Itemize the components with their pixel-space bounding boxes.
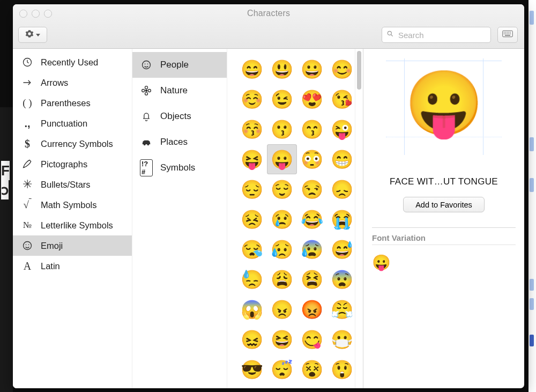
emoji-cell[interactable]: 😰 [297,234,327,264]
svg-rect-3 [504,32,504,32]
search-field[interactable] [382,27,491,43]
subcategory-item-symbols[interactable]: !?#Symbols [132,155,227,181]
category-item-bullets[interactable]: ✳︎Bullets/Stars [13,174,132,195]
emoji-cell[interactable]: 😅 [327,234,355,264]
emoji-cell[interactable]: 😞 [327,174,355,204]
emoji-cell[interactable]: ☺️ [237,84,267,114]
emoji-cell[interactable]: 😴 [267,354,297,384]
category-item-arrows[interactable]: Arrows [13,72,132,93]
emoji-cell[interactable]: 😖 [237,324,267,354]
emoji-cell[interactable]: 😙 [297,114,327,144]
svg-rect-8 [504,33,504,34]
emoji-cell[interactable]: 😣 [237,204,267,234]
grid-scrollbar[interactable] [355,49,363,388]
category-item-paren[interactable]: ( )Parentheses [13,93,132,113]
category-item-emoji[interactable]: Emoji [13,235,132,256]
character-grid-scroll[interactable]: 😄😃😀😊☺️😉😍😘😚😗😙😜😝😛😳😁😔😌😒😞😣😢😂😭😪😥😰😅😓😩😫😨😱😠😡😤😖😆😋… [227,49,355,388]
svg-point-18 [143,61,151,69]
characters-window: Characters [13,4,524,388]
emoji-cell[interactable]: 😪 [237,234,267,264]
asterisk-icon: ✳︎ [21,181,33,188]
emoji-cell[interactable]: 😡 [297,294,327,324]
category-item-letter[interactable]: №Letterlike Symbols [13,215,132,235]
emoji-cell[interactable]: 😛 [267,144,297,174]
minimize-window-button[interactable] [32,10,40,18]
subcategory-item-objects[interactable]: Objects [132,103,227,129]
font-variation-sample[interactable]: 😛 [372,254,391,271]
emoji-cell[interactable]: 😌 [267,174,297,204]
emoji-cell[interactable]: 😷 [327,324,355,354]
emoji-cell[interactable]: 😲 [327,354,355,384]
emoji-cell [237,384,267,388]
emoji-cell[interactable]: 😵 [297,354,327,384]
subcategory-item-people[interactable]: People [132,52,227,78]
emoji-cell[interactable]: 😤 [327,294,355,324]
emoji-cell[interactable]: 😃 [267,54,297,84]
svg-point-19 [145,64,146,65]
emoji-cell[interactable]: 😍 [297,84,327,114]
emoji-cell[interactable]: 😗 [267,114,297,144]
emoji-cell[interactable]: 😜 [327,114,355,144]
paren-icon: ( ) [21,97,33,109]
emoji-cell[interactable]: 😫 [297,264,327,294]
svg-point-24 [142,90,145,92]
zoom-window-button[interactable] [44,10,52,18]
subcategory-item-places[interactable]: Places [132,129,227,155]
svg-rect-11 [508,33,509,34]
emoji-cell[interactable]: 😩 [267,264,297,294]
emoji-cell[interactable]: 😢 [267,204,297,234]
emoji-cell[interactable]: 😄 [237,54,267,84]
emoji-cell[interactable]: 😀 [297,54,327,84]
emoji-cell[interactable]: 😋 [297,324,327,354]
svg-point-0 [388,31,391,35]
emoji-cell[interactable]: 😆 [267,324,297,354]
emoji-cell[interactable]: 😎 [237,354,267,384]
hash-icon: !?# [140,161,153,174]
emoji-cell[interactable]: 😓 [237,264,267,294]
subcategory-item-nature[interactable]: Nature [132,78,227,103]
emoji-cell[interactable]: 😂 [297,204,327,234]
subcategory-list: PeopleNatureObjectsPlaces!?#Symbols [132,49,227,388]
emoji-cell [297,384,327,388]
emoji-cell[interactable]: 😳 [297,144,327,174]
emoji-cell[interactable]: 😈 [327,384,355,388]
action-menu-button[interactable] [18,27,47,43]
emoji-cell[interactable]: 😱 [237,294,267,324]
search-icon [386,30,394,40]
search-input[interactable] [397,30,486,40]
category-label: Currency Symbols [41,139,113,149]
emoji-cell[interactable]: 😝 [237,144,267,174]
emoji-cell[interactable]: 😥 [267,234,297,264]
emoji-cell[interactable]: 😊 [327,54,355,84]
keyboard-viewer-button[interactable] [497,27,518,43]
category-item-recent[interactable]: Recently Used [13,52,132,72]
category-item-punct[interactable]: .,Punctuation [13,113,132,134]
emoji-cell[interactable]: 😉 [267,84,297,114]
emoji-cell[interactable]: 😭 [327,204,355,234]
emoji-cell[interactable]: 😁 [327,144,355,174]
add-to-favorites-label: Add to Favorites [415,201,472,209]
emoji-cell[interactable]: 😒 [297,174,327,204]
emoji-cell[interactable]: 😨 [327,264,355,294]
scrollbar-thumb[interactable] [357,51,361,90]
svg-rect-13 [505,35,510,35]
category-item-math[interactable]: √ Math Symbols [13,195,132,215]
character-preview: 😛 [386,58,502,155]
add-to-favorites-button[interactable]: Add to Favorites [403,197,485,212]
emoji-cell[interactable]: 😚 [237,114,267,144]
category-label: Emoji [41,241,63,251]
window-controls [19,10,52,18]
category-item-currency[interactable]: $Currency Symbols [13,134,132,154]
category-item-latin[interactable]: ALatin [13,256,132,276]
emoji-cell[interactable]: 😠 [267,294,297,324]
svg-rect-7 [510,32,510,32]
character-grid: 😄😃😀😊☺️😉😍😘😚😗😙😜😝😛😳😁😔😌😒😞😣😢😂😭😪😥😰😅😓😩😫😨😱😠😡😤😖😆😋… [237,54,355,388]
emoji-cell[interactable]: 😘 [327,84,355,114]
titlebar: Characters [13,4,524,49]
svg-point-26 [144,144,145,145]
arrow-icon [21,77,33,88]
category-item-picto[interactable]: Pictographs [13,154,132,174]
close-window-button[interactable] [19,10,27,18]
emoji-cell [267,384,297,388]
emoji-cell[interactable]: 😔 [237,174,267,204]
